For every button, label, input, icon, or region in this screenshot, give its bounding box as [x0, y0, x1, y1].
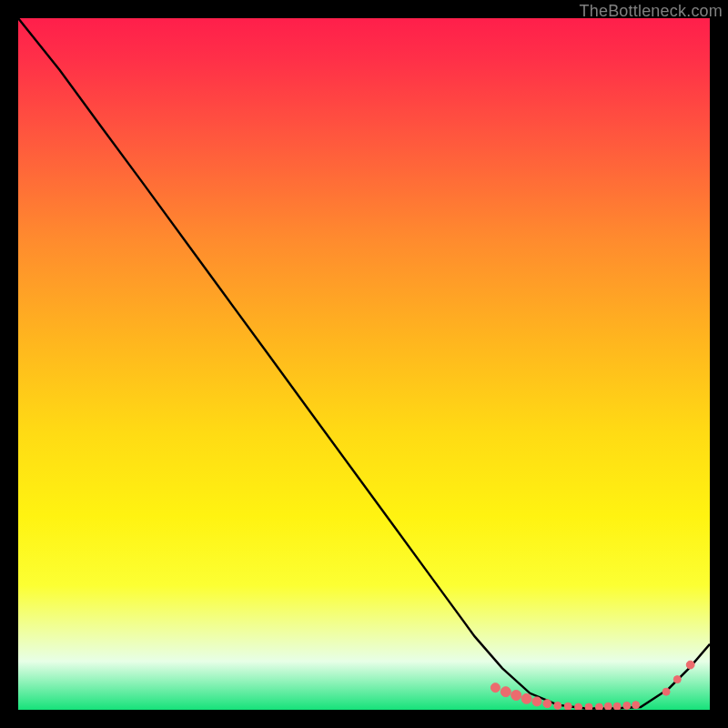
marker-cluster-rising	[662, 661, 694, 695]
data-marker	[543, 700, 551, 708]
data-marker	[521, 693, 531, 703]
data-marker	[604, 703, 612, 710]
data-marker	[595, 703, 602, 710]
data-marker	[585, 703, 592, 710]
chart-svg	[18, 18, 710, 710]
bottleneck-curve	[18, 18, 710, 709]
data-marker	[613, 703, 621, 710]
data-marker	[686, 661, 694, 669]
chart-stage: TheBottleneck.com	[0, 0, 728, 728]
data-marker	[662, 688, 670, 695]
data-marker	[673, 676, 681, 683]
data-marker	[532, 697, 541, 706]
plot-area	[18, 18, 710, 710]
data-marker	[623, 702, 631, 709]
data-marker	[554, 702, 561, 709]
data-marker	[500, 687, 511, 697]
marker-cluster-flat	[490, 683, 639, 710]
data-marker	[564, 703, 571, 710]
data-marker	[511, 691, 521, 701]
data-marker	[490, 683, 500, 693]
data-marker	[632, 702, 640, 709]
data-marker	[575, 703, 582, 710]
